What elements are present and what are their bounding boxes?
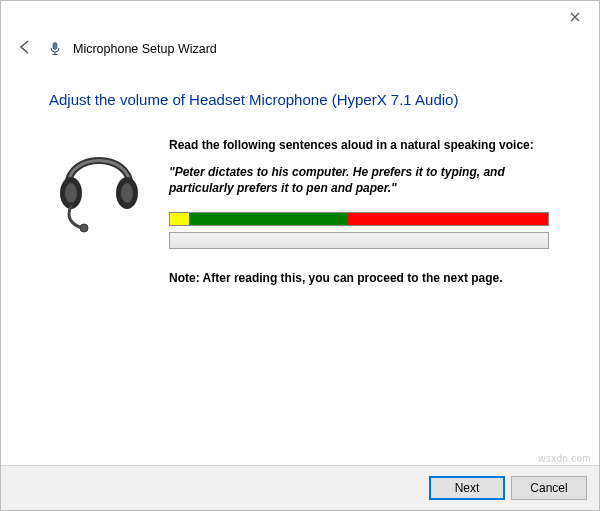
next-button-label: Next [455,481,480,495]
cancel-button-label: Cancel [530,481,567,495]
meter-segment-yellow [170,213,189,225]
instruction-label: Read the following sentences aloud in a … [169,138,555,152]
cancel-button[interactable]: Cancel [511,476,587,500]
svg-point-6 [121,183,133,203]
svg-point-4 [65,183,77,203]
titlebar [1,1,599,33]
instruction-column: Read the following sentences aloud in a … [169,138,559,285]
close-icon [570,9,580,25]
microphone-icon [47,41,63,57]
next-button[interactable]: Next [429,476,505,500]
back-button[interactable] [13,37,37,61]
speech-progress-bar [169,232,549,249]
sample-sentence: "Peter dictates to his computer. He pref… [169,164,555,196]
svg-rect-0 [53,43,57,50]
page-heading: Adjust the volume of Headset Microphone … [49,91,559,108]
svg-point-7 [80,224,88,232]
meter-segment-green [189,213,348,225]
wizard-footer: Next Cancel [1,465,599,510]
back-arrow-icon [16,38,34,60]
main-row: Read the following sentences aloud in a … [49,138,559,285]
headset-icon [54,138,144,241]
wizard-header: Microphone Setup Wizard [1,33,599,71]
volume-level-meter [169,212,549,226]
watermark: wsxdn.com [538,453,591,464]
close-button[interactable] [553,3,597,31]
wizard-content: Adjust the volume of Headset Microphone … [1,71,599,285]
wizard-title: Microphone Setup Wizard [73,42,217,56]
meter-segment-red [348,213,548,225]
note-text: Note: After reading this, you can procee… [169,271,555,285]
headset-illustration [49,138,149,241]
